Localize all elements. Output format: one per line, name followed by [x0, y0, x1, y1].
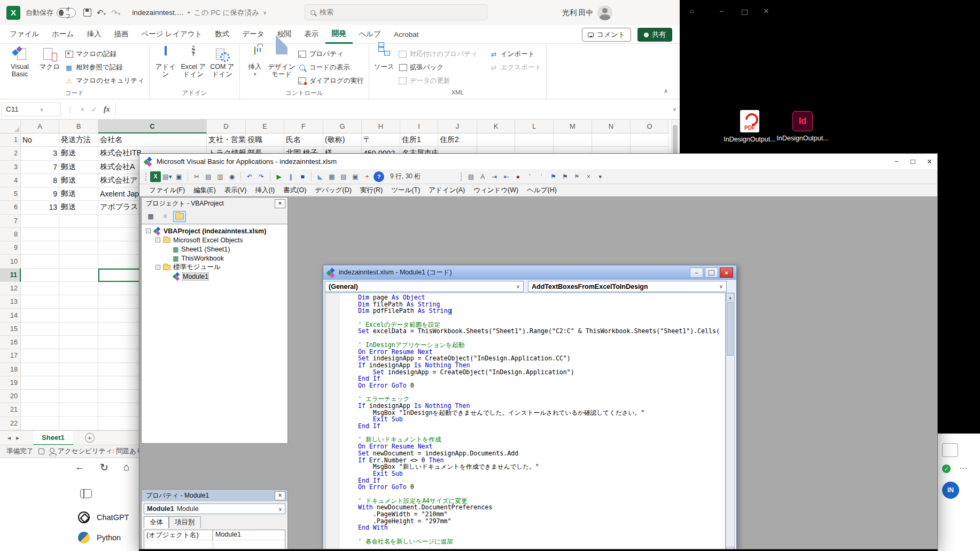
search-box[interactable]: 検索	[305, 4, 487, 20]
rail-more-icon[interactable]	[959, 461, 968, 471]
design-mode-icon[interactable]: ◣	[315, 171, 325, 182]
grid-cell-O1[interactable]	[631, 133, 669, 147]
grid-cell-A19[interactable]	[21, 376, 59, 390]
ghost-close-icon[interactable]	[764, 6, 769, 17]
grid-cell-B14[interactable]	[59, 309, 98, 322]
project-tree[interactable]: -VBAProject (indezainntest.xlsm)-Microso…	[142, 224, 287, 443]
toolbar-grip[interactable]	[461, 172, 462, 181]
row-header-1[interactable]: 1	[0, 133, 21, 147]
undo-icon[interactable]: ↶	[244, 171, 255, 182]
row-header-21[interactable]: 21	[0, 403, 21, 416]
expand-formula-bar-icon[interactable]	[673, 106, 676, 112]
vba-minimize-icon[interactable]	[895, 158, 899, 166]
grid-cell-A12[interactable]	[21, 282, 59, 295]
name-box[interactable]: C11	[1, 103, 61, 116]
grid-cell-A17[interactable]	[21, 349, 59, 363]
grid-cell-C1[interactable]: 会社名	[98, 133, 207, 147]
toggle-breakpoint-icon[interactable]: ●	[512, 171, 523, 182]
tree-expander-icon[interactable]: -	[155, 265, 160, 270]
expansion-packs-button[interactable]: 拡張パック	[397, 61, 479, 74]
sheet-tab-sheet1[interactable]: Sheet1	[33, 431, 73, 445]
ribbon-tab-ファイル[interactable]: ファイル	[3, 25, 45, 44]
ribbon-tab-描画[interactable]: 描画	[107, 25, 135, 44]
vba-menu-表示(V)[interactable]: 表示(V)	[220, 186, 251, 195]
vba-menu-書式(O)[interactable]: 書式(O)	[279, 186, 310, 195]
grid-cell-A5[interactable]: 9	[21, 187, 59, 201]
tree-item-Microsoft Excel Objects[interactable]: -Microsoft Excel Objects	[142, 235, 287, 245]
avatar[interactable]	[597, 5, 612, 20]
ribbon-tab-Acrobat[interactable]: Acrobat	[387, 25, 425, 44]
grid-cell-B3[interactable]: 郵送	[59, 161, 98, 174]
grid-cell-A15[interactable]	[21, 322, 59, 336]
grid-cell-B6[interactable]: 郵送	[59, 201, 98, 214]
column-header-M[interactable]: M	[554, 120, 592, 133]
panel-item-chatgpt[interactable]: ChatGPT	[78, 511, 129, 523]
insert-dropdown-icon[interactable]	[254, 72, 256, 77]
grid-cell-B2[interactable]: 郵送	[59, 147, 98, 160]
grid-cell-A10[interactable]	[21, 255, 59, 268]
grid-cell-A18[interactable]	[21, 363, 59, 376]
row-header-22[interactable]: 22	[0, 417, 21, 430]
rail-window-icon[interactable]	[942, 443, 958, 457]
ribbon-tab-開発[interactable]: 開発	[325, 25, 353, 44]
run-dialog-button[interactable]: ダイアログの実行	[297, 74, 365, 87]
row-header-9[interactable]: 9	[0, 241, 21, 255]
vba-menu-挿入(I)[interactable]: 挿入(I)	[251, 186, 279, 195]
code-close-icon[interactable]	[720, 267, 733, 278]
grid-cell-B21[interactable]	[59, 403, 98, 416]
view-object-icon[interactable]	[159, 211, 172, 222]
row-header-15[interactable]: 15	[0, 322, 21, 336]
home-icon[interactable]	[123, 461, 129, 474]
grid-cell-B19[interactable]	[59, 376, 98, 390]
code-minimize-icon[interactable]	[690, 267, 703, 278]
uncomment-block-icon[interactable]: '	[536, 171, 547, 182]
toggle-folders-icon[interactable]	[173, 211, 186, 222]
grid-cell-B12[interactable]	[59, 282, 98, 295]
grid-cell-J1[interactable]: 住所2	[438, 133, 477, 147]
toolbar-options-icon[interactable]: ▾	[595, 171, 605, 182]
grid-cell-K1[interactable]	[477, 133, 515, 147]
next-sheet-icon[interactable]	[16, 434, 19, 442]
autosave-pill[interactable]: オフ	[57, 8, 76, 18]
ribbon-tab-データ[interactable]: データ	[236, 25, 270, 44]
ghost-minimize-icon[interactable]	[719, 6, 724, 15]
find-icon[interactable]: ◉	[227, 171, 237, 182]
break-icon[interactable]: ∥	[285, 171, 296, 182]
autosave-toggle[interactable]: 自動保存 オフ	[26, 8, 76, 18]
grid-cell-N1[interactable]	[592, 133, 631, 147]
row-header-18[interactable]: 18	[0, 363, 21, 376]
code-editor[interactable]: Dim page As Object Dim filePath As Strin…	[325, 293, 726, 549]
macros-button[interactable]: マクロ	[37, 45, 62, 70]
column-header-N[interactable]: N	[592, 120, 631, 133]
grid-cell-A7[interactable]	[21, 215, 59, 228]
grid-cell-B9[interactable]	[59, 241, 98, 255]
grid-cell-B17[interactable]	[59, 349, 98, 363]
grid-cell-A21[interactable]	[21, 403, 59, 416]
object-combo[interactable]: (General)	[325, 281, 524, 292]
cancel-entry-icon[interactable]	[80, 105, 84, 114]
redo-icon[interactable]: ↷	[256, 171, 267, 182]
column-header-A[interactable]: A	[21, 120, 59, 133]
view-code-icon[interactable]	[144, 211, 157, 222]
undo-button[interactable]	[97, 8, 106, 18]
row-header-6[interactable]: 6	[0, 201, 21, 214]
vba-menu-デバッグ(D)[interactable]: デバッグ(D)	[310, 186, 356, 195]
view-excel-icon[interactable]: X	[150, 171, 161, 182]
vba-menu-ウィンドウ(W)[interactable]: ウィンドウ(W)	[469, 186, 523, 195]
tree-item-ThisWorkbook[interactable]: ▦ThisWorkbook	[142, 254, 287, 263]
design-mode-button[interactable]: デザイン モード	[268, 45, 295, 78]
grid-cell-B18[interactable]	[59, 363, 98, 376]
grid-cell-A2[interactable]: 3	[21, 147, 59, 160]
collapse-ribbon-icon[interactable]	[664, 88, 668, 95]
formula-input[interactable]	[115, 103, 670, 116]
grid-cell-B15[interactable]	[59, 322, 98, 336]
copy-icon[interactable]: ▤	[203, 171, 214, 182]
column-header-I[interactable]: I	[400, 120, 438, 133]
save-icon[interactable]	[83, 9, 91, 17]
title-chevron-icon[interactable]	[263, 10, 267, 15]
column-header-H[interactable]: H	[362, 120, 400, 133]
row-header-13[interactable]: 13	[0, 295, 21, 309]
row-header-5[interactable]: 5	[0, 187, 21, 201]
grid-cell-A1[interactable]: No	[21, 133, 59, 147]
column-header-F[interactable]: F	[284, 120, 323, 133]
